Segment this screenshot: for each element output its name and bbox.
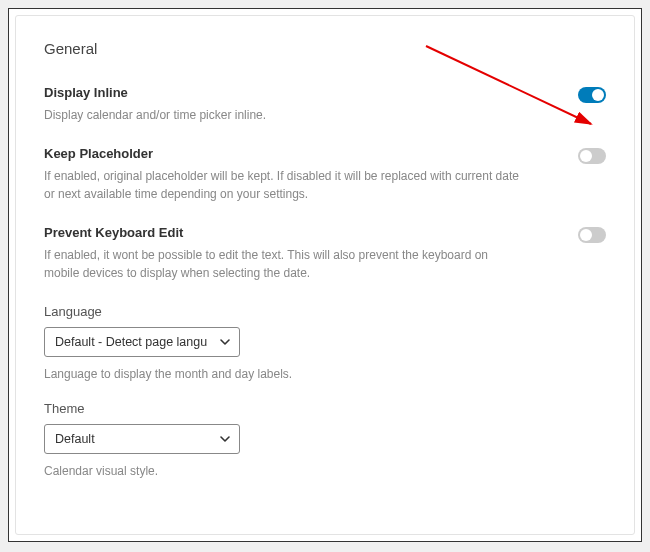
language-select[interactable]: Default - Detect page langu (44, 327, 240, 357)
language-select-value: Default - Detect page langu (55, 335, 207, 349)
theme-label: Theme (44, 401, 606, 416)
keep-placeholder-desc: If enabled, original placeholder will be… (44, 167, 524, 203)
general-settings-panel: General Display Inline Display calendar … (15, 15, 635, 535)
theme-select-value: Default (55, 432, 95, 446)
chevron-down-icon (219, 433, 231, 445)
prevent-keyboard-edit-toggle[interactable] (578, 227, 606, 243)
chevron-down-icon (219, 336, 231, 348)
display-inline-label: Display Inline (44, 85, 266, 100)
panel-title: General (44, 40, 606, 57)
language-label: Language (44, 304, 606, 319)
display-inline-toggle[interactable] (578, 87, 606, 103)
theme-desc: Calendar visual style. (44, 462, 524, 480)
language-desc: Language to display the month and day la… (44, 365, 524, 383)
prevent-keyboard-edit-desc: If enabled, it wont be possible to edit … (44, 246, 524, 282)
keep-placeholder-toggle[interactable] (578, 148, 606, 164)
theme-select[interactable]: Default (44, 424, 240, 454)
prevent-keyboard-edit-label: Prevent Keyboard Edit (44, 225, 524, 240)
display-inline-desc: Display calendar and/or time picker inli… (44, 106, 266, 124)
keep-placeholder-label: Keep Placeholder (44, 146, 524, 161)
